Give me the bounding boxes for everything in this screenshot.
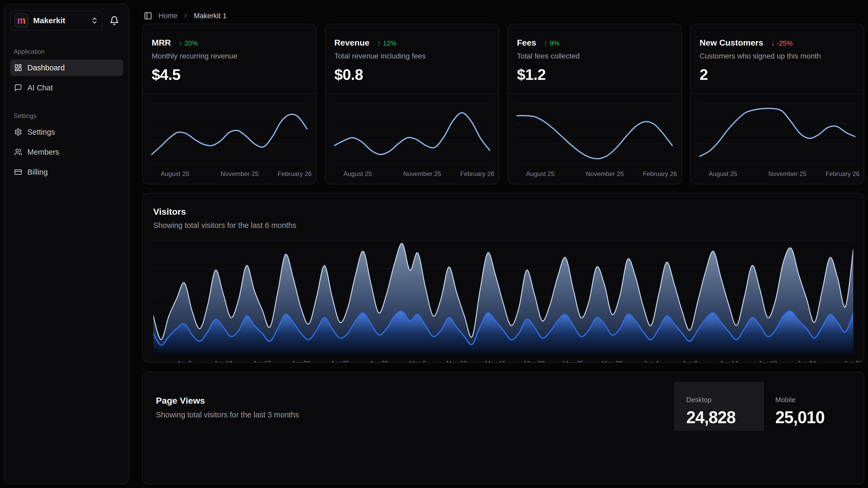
sidebar-item-label: Members xyxy=(27,148,59,156)
workspace-logo: m xyxy=(14,13,28,28)
page-views-card: Page Views Showing total visitors for th… xyxy=(142,372,864,484)
x-tick-label: Apr 5 xyxy=(177,360,192,363)
stat-title: Fees xyxy=(517,38,536,48)
sidebar-item-dashboard[interactable]: Dashboard xyxy=(10,60,123,76)
series-line xyxy=(152,114,307,155)
notifications-button[interactable] xyxy=(105,11,123,30)
x-tick-label: November 25 xyxy=(221,170,258,178)
x-tick-label: Apr 10 xyxy=(214,360,232,363)
x-tick-label: February 26 xyxy=(643,170,677,178)
sidebar-item-settings[interactable]: Settings xyxy=(10,124,123,140)
x-tick-label: May 25 xyxy=(563,360,584,363)
workspace-logo-letter: m xyxy=(17,16,26,25)
stat-change-badge: ↑20% xyxy=(179,39,198,48)
stat-sparkline-area: August 25 November 25 February 26 xyxy=(143,93,316,184)
nav-section-label-settings: Settings xyxy=(14,112,120,120)
toggle-value: 24,828 xyxy=(686,408,763,427)
stat-card-header: New Customers ↓-25% Customers who signed… xyxy=(691,24,864,93)
x-tick-label: August 25 xyxy=(343,170,372,178)
x-tick-label: August 25 xyxy=(709,170,737,178)
x-tick-label: November 25 xyxy=(769,170,806,178)
stat-sparkline-area: August 25 November 25 February 26 xyxy=(691,93,864,184)
stat-title: New Customers xyxy=(700,38,764,48)
breadcrumb-current-page: Makerkit 1 xyxy=(194,12,227,20)
sparkline-chart-mrr xyxy=(151,101,308,167)
visitors-area-chart xyxy=(153,240,853,354)
x-tick-label: May 15 xyxy=(485,360,506,363)
x-tick-label: Apr 20 xyxy=(292,360,310,363)
sidebar-item-label: Billing xyxy=(27,168,48,176)
sparkline-x-labels: August 25 November 25 February 26 xyxy=(699,168,856,180)
sparkline-chart-new-customers xyxy=(699,101,856,167)
stat-change-badge: ↑9% xyxy=(544,39,560,48)
sparkline-x-labels: August 25 November 25 February 26 xyxy=(151,168,308,180)
x-tick-label: May 20 xyxy=(524,360,545,363)
arrow-up-icon: ↑ xyxy=(544,39,548,48)
visitors-chart-area xyxy=(143,240,864,354)
stat-cards-row: MRR ↑20% Monthly recurring revenue $4.5 … xyxy=(142,24,864,184)
stat-sparkline-area: August 25 November 25 February 26 xyxy=(508,93,681,184)
layout-dashboard-icon xyxy=(14,64,22,72)
sidebar-item-ai-chat[interactable]: AI Chat xyxy=(10,80,123,96)
x-tick-label: August 25 xyxy=(526,170,555,178)
x-tick-label: Jun 14 xyxy=(719,360,738,363)
x-tick-label: Apr 15 xyxy=(253,360,272,363)
nav-section-gap xyxy=(10,96,123,108)
sparkline-x-labels: August 25 November 25 February 26 xyxy=(333,168,491,180)
sparkline-chart-fees xyxy=(516,101,673,167)
workspace-selector[interactable]: m Makerkit xyxy=(10,10,103,31)
breadcrumb-home-link[interactable]: Home xyxy=(158,12,178,20)
x-tick-label: Jun 24 xyxy=(797,360,816,363)
visitors-title: Visitors xyxy=(153,207,853,217)
page-views-series-toggles: Desktop 24,828 Mobile 25,010 xyxy=(674,382,853,431)
visitors-x-axis: Apr 5Apr 10Apr 15Apr 20Apr 25Apr 30May 5… xyxy=(153,357,853,363)
sidebar-item-label: Dashboard xyxy=(27,63,65,72)
breadcrumb: Home Makerkit 1 xyxy=(142,10,864,22)
series-line xyxy=(517,116,672,159)
credit-card-icon xyxy=(14,168,22,176)
sidebar-item-billing[interactable]: Billing xyxy=(10,164,123,180)
sidebar-item-label: Settings xyxy=(27,128,55,137)
stat-title: MRR xyxy=(152,38,171,48)
x-tick-label: August 25 xyxy=(161,170,189,178)
message-square-icon xyxy=(14,84,22,92)
sparkline-chart-revenue xyxy=(333,101,491,167)
stat-description: Total fees collected xyxy=(517,52,672,60)
bell-icon xyxy=(110,16,119,25)
sidebar-item-members[interactable]: Members xyxy=(10,144,123,160)
sidebar-toggle-button[interactable] xyxy=(142,10,154,22)
stat-card-header: Fees ↑9% Total fees collected $1.2 xyxy=(508,24,681,93)
toggle-label: Mobile xyxy=(775,396,853,404)
x-tick-label: Apr 25 xyxy=(331,360,349,363)
x-tick-label: Apr 30 xyxy=(370,360,388,363)
stat-title: Revenue xyxy=(335,38,370,48)
x-tick-label: February 26 xyxy=(278,170,312,178)
mobile-toggle-button[interactable]: Mobile 25,010 xyxy=(764,382,853,431)
workspace-name: Makerkit xyxy=(33,16,86,25)
stat-card-revenue: Revenue ↑12% Total revenue including fee… xyxy=(325,24,499,184)
toggle-label: Desktop xyxy=(686,396,763,404)
stat-description: Customers who signed up this month xyxy=(700,52,855,60)
x-tick-label: November 25 xyxy=(403,170,441,178)
stat-card-new-customers: New Customers ↓-25% Customers who signed… xyxy=(690,24,865,184)
arrow-down-icon: ↓ xyxy=(771,39,775,48)
chevrons-up-down-icon xyxy=(91,17,98,25)
arrow-up-icon: ↑ xyxy=(377,39,381,48)
x-tick-label: February 26 xyxy=(826,170,860,178)
stat-value: $1.2 xyxy=(517,66,672,83)
panel-left-icon xyxy=(144,11,152,20)
arrow-up-icon: ↑ xyxy=(179,39,182,48)
x-tick-label: May 10 xyxy=(446,360,467,363)
stat-change-badge: ↓-25% xyxy=(771,39,793,48)
stat-value: $0.8 xyxy=(335,66,490,83)
stat-card-header: Revenue ↑12% Total revenue including fee… xyxy=(326,24,499,93)
nav-settings: Settings Members Billing xyxy=(10,124,123,180)
stat-sparkline-area: August 25 November 25 February 26 xyxy=(326,93,499,184)
stat-value: 2 xyxy=(700,66,855,83)
desktop-toggle-button[interactable]: Desktop 24,828 xyxy=(674,382,764,431)
stat-card-header: MRR ↑20% Monthly recurring revenue $4.5 xyxy=(143,24,316,93)
visitors-header: Visitors Showing total visitors for the … xyxy=(143,193,864,240)
stat-card-mrr: MRR ↑20% Monthly recurring revenue $4.5 … xyxy=(142,24,316,184)
stat-description: Total revenue including fees xyxy=(335,52,490,60)
x-tick-label: Jun 9 xyxy=(682,360,698,363)
